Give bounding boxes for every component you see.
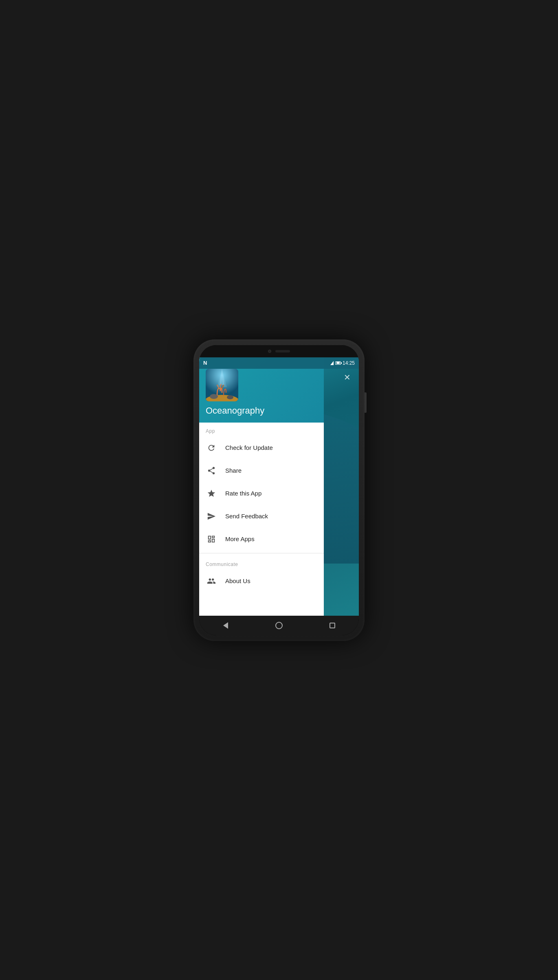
recents-icon [330, 623, 335, 628]
section-divider [199, 553, 324, 553]
close-button[interactable]: ✕ [341, 371, 353, 383]
drawer-panel: Oceanography App Check for Update [199, 357, 324, 616]
speaker [275, 350, 290, 352]
recents-button[interactable] [325, 618, 340, 633]
rate-app-label: Rate this App [225, 490, 261, 497]
more-apps-label: More Apps [225, 535, 255, 542]
menu-item-share[interactable]: Share [199, 459, 324, 482]
battery-fill [336, 362, 340, 364]
app-icon-inner [206, 369, 238, 401]
menu-item-rate-app[interactable]: Rate this App [199, 482, 324, 505]
menu-item-more-apps[interactable]: More Apps [199, 528, 324, 551]
people-icon [206, 575, 217, 587]
home-button[interactable] [272, 618, 286, 633]
status-bar: N 14:25 [199, 357, 359, 369]
app-name: Oceanography [206, 405, 317, 416]
back-button[interactable] [218, 618, 233, 633]
menu-item-check-update[interactable]: Check for Update [199, 436, 324, 459]
send-feedback-label: Send Feedback [225, 513, 268, 520]
power-button [365, 392, 367, 413]
svg-point-6 [227, 395, 233, 399]
star-icon [206, 488, 217, 499]
menu-item-send-feedback[interactable]: Send Feedback [199, 505, 324, 528]
refresh-icon [206, 442, 217, 454]
home-icon [275, 622, 283, 629]
section-label-communicate: Communicate [199, 556, 324, 570]
share-label: Share [225, 467, 242, 474]
send-icon [206, 511, 217, 522]
svg-point-5 [210, 394, 218, 399]
front-camera [268, 350, 271, 353]
phone-top-bar [199, 345, 359, 357]
phone-device: N 14:25 ✕ [193, 339, 365, 641]
status-time: 14:25 [343, 360, 355, 366]
check-update-label: Check for Update [225, 444, 273, 451]
phone-screen-container: N 14:25 ✕ [199, 345, 359, 635]
apps-icon [206, 533, 217, 545]
status-logo: N [203, 360, 207, 366]
share-icon [206, 465, 217, 476]
drawer-content[interactable]: App Check for Update [199, 423, 324, 616]
screen: N 14:25 ✕ [199, 357, 359, 616]
app-icon [206, 369, 238, 401]
back-icon [223, 622, 228, 629]
status-right-icons: 14:25 [330, 360, 355, 366]
battery-body [335, 361, 341, 365]
signal-icon [330, 361, 334, 365]
section-label-app: App [199, 423, 324, 436]
battery-icon [335, 361, 341, 365]
navigation-bar [199, 616, 359, 635]
menu-item-about-us[interactable]: About Us [199, 570, 324, 592]
about-us-label: About Us [225, 577, 250, 584]
